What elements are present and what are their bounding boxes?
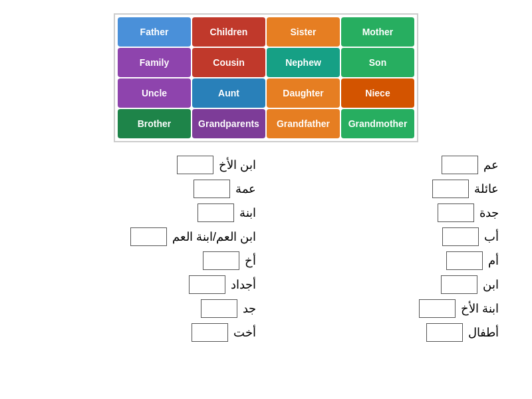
exercise-row-right-0: عم [276,156,499,174]
exercise-row-right-7: أطفال [276,323,499,342]
word-btn-nephew[interactable]: Nephew [267,48,340,77]
answer-box-left-1[interactable] [194,180,230,198]
left-column: ابن الأخعمةابنةابن العم/ابنة العمأخأجداد… [33,156,256,342]
answer-box-left-5[interactable] [189,275,225,294]
exercise-row-right-3: أب [276,227,499,246]
answer-box-left-7[interactable] [192,323,228,342]
answer-box-right-0[interactable] [442,156,478,174]
arabic-label-left-0: ابن الأخ [219,158,256,172]
exercise-row-right-6: ابنة الأخ [276,299,499,318]
answer-box-left-0[interactable] [177,156,213,174]
arabic-label-left-6: جد [243,301,256,316]
right-column: عمعائلةجدةأبأمابنابنة الأخأطفال [276,156,499,342]
word-btn-son[interactable]: Son [341,48,414,77]
answer-box-right-2[interactable] [438,203,474,222]
arabic-label-left-5: أجداد [231,277,256,292]
exercise-row-left-0: ابن الأخ [33,156,256,174]
arabic-label-right-3: أب [484,229,499,244]
answer-box-right-7[interactable] [426,323,463,342]
arabic-label-right-7: أطفال [468,325,499,340]
answer-box-left-4[interactable] [203,251,239,270]
arabic-label-right-2: جدة [479,205,499,220]
word-btn-family[interactable]: Family [118,48,191,77]
exercise-row-right-4: أم [276,251,499,270]
word-btn-sister[interactable]: Sister [267,17,340,47]
arabic-label-left-2: ابنة [239,205,256,220]
word-btn-cousin[interactable]: Cousin [192,48,265,77]
answer-box-right-3[interactable] [442,227,479,246]
word-btn-grandmother[interactable]: Grandmother [341,109,414,138]
exercise-row-left-7: أخت [33,323,256,342]
exercise-row-left-6: جد [33,299,256,318]
word-btn-grandfather[interactable]: Grandfather [267,109,340,138]
word-btn-uncle[interactable]: Uncle [118,78,191,108]
answer-box-left-6[interactable] [201,299,237,318]
arabic-label-right-0: عم [483,158,499,172]
arabic-label-right-4: أم [488,253,499,268]
word-btn-niece[interactable]: Niece [341,78,414,108]
answer-box-right-4[interactable] [446,251,483,270]
exercise-row-right-2: جدة [276,203,499,222]
exercise-row-left-1: عمة [33,180,256,198]
exercise-row-left-4: أخ [33,251,256,270]
arabic-label-left-4: أخ [245,253,256,268]
answer-box-left-3[interactable] [130,227,167,246]
word-btn-children[interactable]: Children [192,17,265,47]
answer-box-left-2[interactable] [198,203,234,222]
word-btn-brother[interactable]: Brother [118,109,191,138]
exercise-row-left-2: ابنة [33,203,256,222]
answer-box-right-6[interactable] [419,299,456,318]
exercise-row-left-3: ابن العم/ابنة العم [33,227,256,246]
exercise-row-right-5: ابن [276,275,499,294]
word-btn-mother[interactable]: Mother [341,17,414,47]
word-btn-grandparents[interactable]: Grandparents [192,109,265,138]
exercise-area: ابن الأخعمةابنةابن العم/ابنة العمأخأجداد… [13,156,519,342]
word-btn-aunt[interactable]: Aunt [192,78,265,108]
word-btn-father[interactable]: Father [118,17,191,47]
exercise-row-right-1: عائلة [276,180,499,198]
arabic-label-right-6: ابنة الأخ [461,301,499,316]
answer-box-right-5[interactable] [441,275,477,294]
exercise-row-left-5: أجداد [33,275,256,294]
answer-box-right-1[interactable] [432,180,469,198]
word-grid-container: FatherChildrenSisterMotherFamilyCousinNe… [13,13,519,142]
word-grid: FatherChildrenSisterMotherFamilyCousinNe… [114,13,418,142]
arabic-label-left-3: ابن العم/ابنة العم [172,229,256,244]
word-btn-daughter[interactable]: Daughter [267,78,340,108]
arabic-label-left-1: عمة [235,182,256,196]
arabic-label-right-5: ابن [483,277,499,292]
arabic-label-left-7: أخت [233,325,256,340]
arabic-label-right-1: عائلة [474,182,499,196]
